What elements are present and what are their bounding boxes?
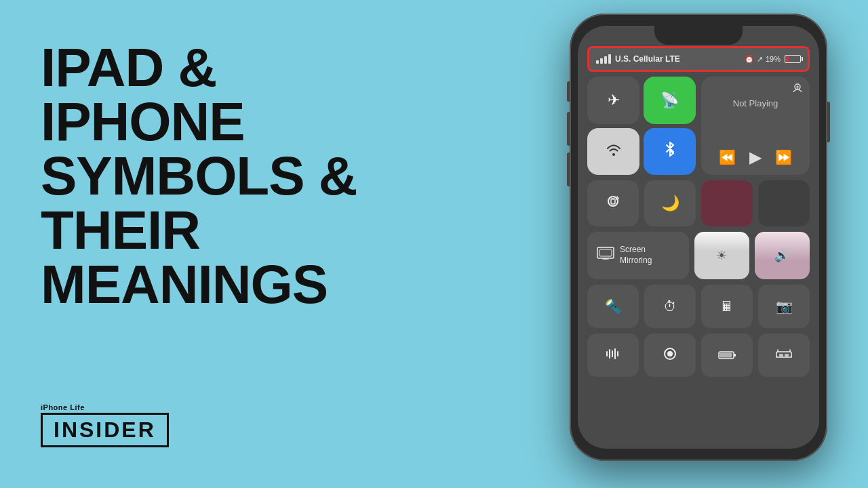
insider-label: INSIDER [54, 418, 156, 442]
third-row: ScreenMirroring ☀ 🔊 [587, 232, 810, 279]
record-icon [663, 347, 677, 364]
signal-bar-2 [600, 58, 603, 64]
camera-button[interactable]: 📷 [758, 285, 810, 328]
cellular-button[interactable]: 📡 [644, 77, 696, 124]
svg-point-12 [667, 351, 673, 357]
wifi-button[interactable] [587, 128, 639, 176]
notch [654, 26, 743, 45]
signal-bar-1 [596, 60, 599, 64]
mute-button [567, 81, 570, 102]
next-button[interactable]: ⏩ [775, 149, 792, 165]
brand-name: iPhone Life [41, 403, 85, 411]
volume-down-button [567, 152, 570, 186]
screen-mirror-icon [597, 247, 614, 264]
signal-bars [596, 54, 611, 64]
logo-area: iPhone Life INSIDER [41, 403, 169, 447]
soundwave-button[interactable] [587, 333, 639, 377]
brightness-icon: ☀ [716, 248, 727, 263]
media-player: Not Playing ⏪ ▶ ⏩ [701, 77, 810, 175]
left-content: IPAD & IPHONE SYMBOLS & THEIR MEANINGS [41, 41, 434, 312]
control-center: ✈ 📡 [587, 77, 810, 439]
battery-widget-icon [718, 348, 736, 363]
not-playing-text: Not Playing [711, 98, 800, 148]
battery-percent: 19% [766, 55, 781, 63]
svg-rect-16 [779, 354, 783, 357]
svg-rect-17 [785, 354, 789, 357]
wifi-icon [606, 142, 621, 160]
svg-rect-7 [609, 349, 610, 359]
alarm-icon: ⏰ [745, 55, 754, 64]
prev-button[interactable]: ⏪ [719, 149, 736, 165]
record-button[interactable] [644, 333, 696, 377]
media-controls[interactable]: ⏪ ▶ ⏩ [711, 148, 800, 167]
fifth-row [587, 333, 810, 377]
second-row: 🌙 [587, 180, 810, 226]
airplane-icon: ✈ [608, 92, 620, 109]
fourth-row: 🔦 ⏱ 🖩 📷 [587, 285, 810, 328]
bed-icon [776, 348, 792, 363]
svg-rect-8 [612, 350, 613, 357]
calculator-icon: 🖩 [720, 299, 734, 314]
svg-rect-10 [617, 351, 618, 357]
location-icon: ↗ [757, 55, 763, 64]
carrier-text: U.S. Cellular LTE [615, 54, 745, 64]
screen-mirroring-button[interactable]: ScreenMirroring [587, 232, 689, 279]
insider-box: INSIDER [41, 413, 169, 447]
signal-bar-3 [604, 56, 607, 64]
svg-rect-14 [734, 354, 736, 357]
svg-rect-5 [599, 249, 612, 256]
volume-icon: 🔊 [774, 248, 789, 263]
airplane-mode-button[interactable]: ✈ [587, 77, 639, 124]
phone-wrapper: U.S. Cellular LTE ⏰ ↗ 19% ✈ [549, 14, 848, 474]
svg-point-2 [608, 197, 618, 206]
timer-button[interactable]: ⏱ [644, 285, 696, 328]
battery-icon [785, 55, 801, 63]
phone-screen: U.S. Cellular LTE ⏰ ↗ 19% ✈ [578, 26, 819, 449]
do-not-disturb-button[interactable]: 🌙 [644, 180, 696, 226]
timer-icon: ⏱ [663, 299, 677, 314]
bed-button[interactable] [758, 333, 810, 377]
calculator-button[interactable]: 🖩 [701, 285, 753, 328]
signal-bar-4 [608, 54, 611, 64]
power-button [827, 102, 830, 142]
airplay-icon [792, 83, 803, 95]
svg-point-1 [797, 86, 799, 88]
bluetooth-icon [665, 142, 675, 161]
flashlight-button[interactable]: 🔦 [587, 285, 639, 328]
moon-icon: 🌙 [661, 195, 679, 212]
screen-mirror-label: ScreenMirroring [620, 245, 652, 266]
battery-widget-button[interactable] [701, 333, 753, 377]
lock-rotation-button[interactable] [587, 180, 639, 226]
svg-rect-15 [720, 352, 732, 357]
volume-up-button [567, 112, 570, 146]
toggle-group: ✈ 📡 [587, 77, 696, 175]
focus-red-button[interactable] [701, 180, 753, 226]
bluetooth-button[interactable] [644, 128, 696, 176]
main-title: IPAD & IPHONE SYMBOLS & THEIR MEANINGS [41, 41, 434, 312]
svg-rect-4 [597, 247, 614, 258]
play-button[interactable]: ▶ [749, 148, 762, 167]
status-right: ⏰ ↗ 19% [745, 55, 801, 64]
battery-fill [786, 56, 789, 62]
phone-body: U.S. Cellular LTE ⏰ ↗ 19% ✈ [570, 14, 827, 461]
flashlight-icon: 🔦 [605, 298, 622, 314]
svg-rect-6 [606, 351, 608, 357]
soundwave-icon [606, 348, 620, 363]
svg-rect-9 [614, 348, 616, 359]
cellular-icon: 📡 [660, 92, 679, 109]
focus-dark-button[interactable] [758, 180, 810, 226]
top-row: ✈ 📡 [587, 77, 810, 175]
status-bar: U.S. Cellular LTE ⏰ ↗ 19% [587, 46, 810, 72]
volume-slider[interactable]: 🔊 [755, 232, 810, 279]
lock-rotation-icon [606, 194, 620, 213]
camera-icon: 📷 [776, 298, 793, 314]
brightness-slider[interactable]: ☀ [694, 232, 749, 279]
